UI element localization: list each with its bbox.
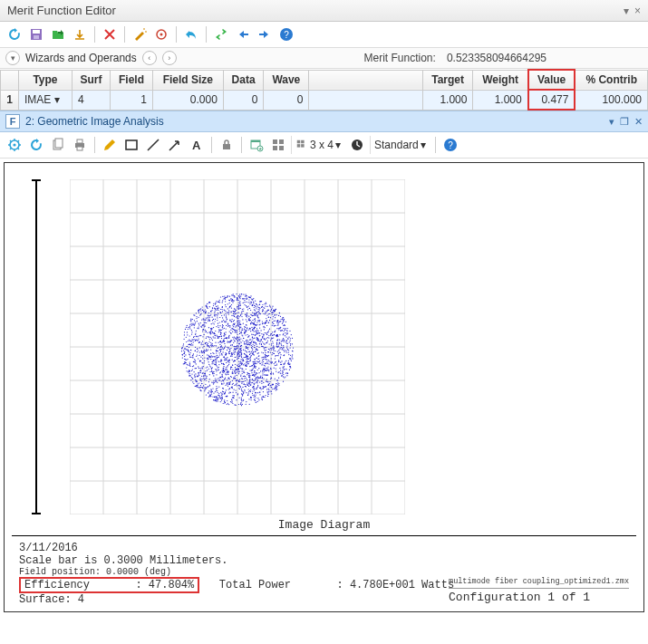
svg-point-2134 — [224, 310, 225, 311]
rect-icon[interactable] — [122, 136, 140, 154]
grid-size-dropdown[interactable]: 3 x 4 ▾ — [291, 136, 344, 154]
svg-point-2212 — [205, 379, 206, 380]
arrow-icon[interactable] — [166, 136, 184, 154]
cell-rownum[interactable]: 1 — [1, 90, 19, 110]
text-icon[interactable]: A — [188, 136, 206, 154]
col-value[interactable]: Value — [528, 70, 575, 90]
panel-restore-icon[interactable]: ❐ — [620, 116, 629, 128]
col-field[interactable]: Field — [111, 70, 153, 90]
svg-point-1627 — [226, 328, 227, 329]
save-icon[interactable] — [27, 25, 45, 43]
grid-icon[interactable] — [269, 136, 287, 154]
svg-point-738 — [205, 322, 206, 322]
svg-point-1218 — [221, 315, 222, 316]
svg-point-1693 — [216, 381, 217, 382]
wand-icon[interactable] — [131, 25, 149, 43]
svg-point-354 — [208, 390, 209, 391]
step-right-icon[interactable] — [256, 25, 274, 43]
line-icon[interactable] — [144, 136, 162, 154]
col-surf[interactable]: Surf — [72, 70, 110, 90]
svg-point-2392 — [246, 359, 247, 360]
cell-weight[interactable]: 1.000 — [473, 90, 528, 110]
col-type[interactable]: Type — [19, 70, 73, 90]
help-icon[interactable]: ? — [277, 25, 295, 43]
copy-icon[interactable] — [49, 136, 67, 154]
panel-close-icon[interactable]: ✕ — [634, 116, 643, 128]
svg-point-2408 — [239, 371, 240, 372]
target-icon[interactable] — [152, 25, 170, 43]
cell-contrib[interactable]: 100.000 — [575, 90, 647, 110]
cell-blank[interactable] — [309, 90, 422, 110]
refresh2-icon[interactable] — [27, 136, 45, 154]
svg-point-943 — [259, 304, 260, 305]
svg-point-1471 — [277, 325, 278, 326]
svg-point-1015 — [250, 389, 251, 390]
standard-dropdown[interactable]: Standard ▾ — [370, 136, 430, 154]
col-wave[interactable]: Wave — [264, 70, 309, 90]
svg-point-565 — [250, 339, 251, 340]
svg-point-605 — [262, 362, 263, 363]
col-field-size[interactable]: Field Size — [152, 70, 223, 90]
col-rownum[interactable] — [1, 70, 19, 90]
svg-point-1090 — [256, 325, 256, 326]
swap-icon[interactable] — [212, 25, 230, 43]
cell-target[interactable]: 1.000 — [422, 90, 473, 110]
print-icon[interactable] — [71, 136, 89, 154]
svg-point-1434 — [216, 306, 217, 307]
svg-point-1286 — [256, 324, 257, 325]
col-target[interactable]: Target — [422, 70, 473, 90]
svg-point-726 — [207, 376, 208, 377]
svg-point-1604 — [256, 389, 257, 389]
svg-point-1912 — [273, 342, 274, 343]
cell-wave[interactable]: 0 — [264, 90, 309, 110]
lock-icon[interactable] — [218, 136, 236, 154]
chevron-left-icon[interactable]: ‹ — [142, 51, 157, 65]
merit-editor-close-icon[interactable]: × — [634, 5, 641, 17]
svg-point-2350 — [216, 355, 217, 356]
svg-point-1349 — [197, 321, 198, 322]
svg-point-1054 — [245, 314, 246, 315]
col-contrib[interactable]: % Contrib — [575, 70, 647, 90]
svg-point-1933 — [237, 368, 238, 369]
cell-data[interactable]: 0 — [223, 90, 263, 110]
svg-point-312 — [187, 332, 188, 332]
cell-field-size[interactable]: 0.000 — [152, 90, 223, 110]
svg-point-2415 — [241, 389, 242, 389]
window-new-icon[interactable]: ★ — [247, 136, 266, 154]
cell-field[interactable]: 1 — [111, 90, 153, 110]
svg-point-1974 — [218, 310, 219, 311]
table-row[interactable]: 1 IMAE ▾ 4 1 0.000 0 0 1.000 1.000 0.477… — [1, 90, 648, 110]
cell-type[interactable]: IMAE ▾ — [19, 90, 73, 110]
col-blank[interactable] — [309, 70, 422, 90]
svg-point-808 — [288, 352, 289, 353]
chevron-down-icon[interactable]: ▾ — [5, 51, 20, 65]
merit-editor-dropdown-icon[interactable]: ▾ — [624, 5, 629, 17]
cell-surf[interactable]: 4 — [72, 90, 110, 110]
cell-value[interactable]: 0.477 — [528, 90, 575, 110]
svg-point-1828 — [255, 301, 256, 302]
help2-icon[interactable]: ? — [441, 136, 459, 154]
open-icon[interactable] — [49, 25, 67, 43]
settings-icon[interactable] — [5, 136, 24, 154]
svg-point-949 — [227, 303, 228, 304]
delete-icon[interactable] — [101, 25, 119, 43]
svg-point-2395 — [283, 368, 284, 369]
panel-dropdown-icon[interactable]: ▾ — [609, 116, 614, 128]
undo-icon[interactable] — [182, 25, 200, 43]
svg-point-982 — [246, 401, 247, 402]
svg-point-1624 — [264, 348, 265, 349]
svg-point-2006 — [254, 331, 255, 332]
pencil-icon[interactable] — [101, 136, 119, 154]
refresh-icon[interactable] — [5, 25, 24, 43]
clock-icon[interactable] — [348, 136, 366, 154]
insert-icon[interactable] — [71, 25, 89, 43]
col-weight[interactable]: Weight — [473, 70, 528, 90]
svg-point-2404 — [272, 308, 273, 309]
step-left-icon[interactable] — [234, 25, 252, 43]
wizards-label[interactable]: Wizards and Operands — [25, 52, 137, 64]
svg-point-491 — [189, 357, 190, 358]
image-plot[interactable] — [70, 179, 405, 514]
svg-point-965 — [249, 354, 250, 355]
col-data[interactable]: Data — [223, 70, 263, 90]
chevron-right-icon[interactable]: › — [162, 51, 177, 65]
